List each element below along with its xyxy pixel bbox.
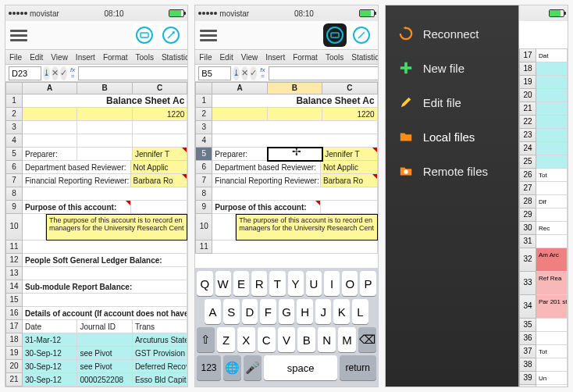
menu-insert[interactable]: Insert	[72, 53, 99, 62]
row-header[interactable]: 13	[5, 267, 23, 280]
key-s[interactable]: S	[223, 299, 240, 324]
key-backspace[interactable]: ⌫	[358, 327, 376, 352]
col-header-a[interactable]: A	[23, 82, 77, 94]
key-g[interactable]: G	[279, 299, 295, 324]
cell[interactable]: Arcuturus Statement I	[133, 333, 187, 347]
key-f[interactable]: F	[260, 299, 276, 324]
cell[interactable]	[23, 134, 77, 148]
row-header[interactable]: 9	[195, 201, 212, 214]
row-header[interactable]: 37	[519, 345, 536, 358]
cell[interactable]: Date	[23, 320, 77, 333]
menu-insert[interactable]: Insert	[262, 53, 289, 62]
row-header[interactable]: 36	[519, 332, 536, 345]
key-b[interactable]: B	[297, 327, 315, 352]
col-header-b[interactable]: B	[268, 82, 322, 94]
select-all-corner[interactable]	[195, 82, 212, 94]
menu-tools[interactable]: Tools	[322, 53, 347, 62]
cell[interactable]: Esso Bld Capital Imp S	[133, 373, 187, 387]
cell[interactable]: GST Provision Total	[133, 347, 187, 360]
key-shift[interactable]: ⇧	[197, 327, 215, 352]
col-header-b[interactable]: B	[77, 82, 132, 94]
row-header[interactable]: 22	[519, 116, 536, 129]
key-n[interactable]: N	[318, 327, 336, 352]
cell[interactable]: 1220	[322, 108, 377, 121]
key-v[interactable]: V	[278, 327, 296, 352]
cell[interactable]	[536, 129, 568, 142]
key-space[interactable]: space	[264, 355, 336, 380]
fx-button[interactable]: fx=	[258, 67, 266, 80]
cell[interactable]: Barbara Ro	[321, 174, 378, 187]
cell[interactable]: 31-Mar-12	[23, 333, 77, 347]
row-header[interactable]: 5	[195, 148, 212, 161]
cell[interactable]: Par 201 stat	[536, 295, 568, 319]
row-header[interactable]: 20	[5, 360, 23, 373]
selected-cell[interactable]: ✢	[268, 148, 322, 161]
key-y[interactable]: Y	[288, 271, 304, 296]
row-header[interactable]: 9	[5, 201, 23, 214]
row-header[interactable]: 20	[519, 89, 536, 102]
key-d[interactable]: D	[242, 299, 258, 324]
key-a[interactable]: A	[205, 299, 221, 324]
row-header[interactable]: 4	[5, 134, 23, 148]
cell[interactable]	[23, 294, 187, 307]
row-header[interactable]: 23	[519, 129, 536, 142]
cell[interactable]	[536, 208, 568, 222]
row-header[interactable]: 21	[519, 102, 536, 116]
cell[interactable]	[23, 121, 77, 134]
menu-statistics[interactable]: Statistics	[347, 53, 378, 62]
cell[interactable]	[536, 102, 568, 116]
menu-local-files[interactable]: Local files	[386, 119, 518, 154]
formula-input[interactable]	[78, 66, 188, 80]
name-dropdown-icon[interactable]: ⤓	[233, 66, 240, 80]
cell[interactable]: 0000252208	[77, 373, 132, 387]
cell[interactable]	[536, 142, 568, 155]
row-header[interactable]: 1	[5, 94, 23, 108]
cell[interactable]	[23, 187, 187, 201]
cell[interactable]: 30-Sep-12	[23, 347, 77, 360]
key-123[interactable]: 123	[197, 355, 220, 380]
cell[interactable]	[536, 319, 568, 332]
row-header[interactable]: 29	[519, 208, 536, 222]
row-header[interactable]: 4	[195, 134, 212, 148]
key-k[interactable]: K	[333, 299, 350, 324]
row-header[interactable]: 14	[5, 280, 23, 294]
cell[interactable]	[131, 201, 188, 214]
cell[interactable]: Tot	[536, 169, 568, 182]
row-header[interactable]: 35	[519, 319, 536, 332]
cell[interactable]	[321, 201, 378, 214]
cell[interactable]	[77, 333, 132, 347]
cancel-icon[interactable]: ✕	[52, 66, 59, 80]
row-header[interactable]: 19	[519, 76, 536, 89]
menu-view[interactable]: View	[47, 53, 72, 62]
row-header[interactable]: 18	[519, 62, 536, 76]
row-header[interactable]: 10	[5, 214, 23, 241]
select-all-corner[interactable]	[5, 82, 23, 94]
purpose-note[interactable]: The purpose of this account is to record…	[236, 214, 377, 241]
cell[interactable]: 30-Sep-12	[23, 360, 77, 373]
cell[interactable]	[23, 267, 187, 280]
key-l[interactable]: L	[352, 299, 368, 324]
cell[interactable]: Sub-module Report Balance:	[23, 280, 187, 294]
cell[interactable]: see Pivot	[77, 360, 132, 373]
row-header[interactable]: 40	[519, 385, 536, 387]
row-header[interactable]: 19	[5, 347, 23, 360]
row-header[interactable]: 10	[195, 214, 212, 241]
cell[interactable]	[23, 108, 77, 121]
menu-statistics[interactable]: Statistics	[158, 53, 188, 62]
cell[interactable]	[536, 235, 568, 248]
row-header[interactable]: 8	[195, 187, 212, 201]
cell[interactable]: Un	[536, 372, 568, 385]
key-return[interactable]: return	[340, 355, 376, 380]
cell[interactable]	[536, 89, 568, 102]
cell[interactable]: Am Arc	[536, 248, 568, 272]
cell[interactable]: see Pivot	[77, 347, 132, 360]
key-t[interactable]: T	[269, 271, 285, 296]
cell[interactable]	[212, 134, 377, 148]
cell[interactable]	[212, 108, 267, 121]
row-header[interactable]: 17	[519, 49, 536, 62]
menu-file[interactable]: File	[195, 53, 215, 62]
key-z[interactable]: Z	[217, 327, 235, 352]
name-dropdown-icon[interactable]: ⤓	[43, 66, 50, 80]
edit-toggle-button[interactable]	[159, 23, 183, 47]
cell[interactable]	[536, 116, 568, 129]
